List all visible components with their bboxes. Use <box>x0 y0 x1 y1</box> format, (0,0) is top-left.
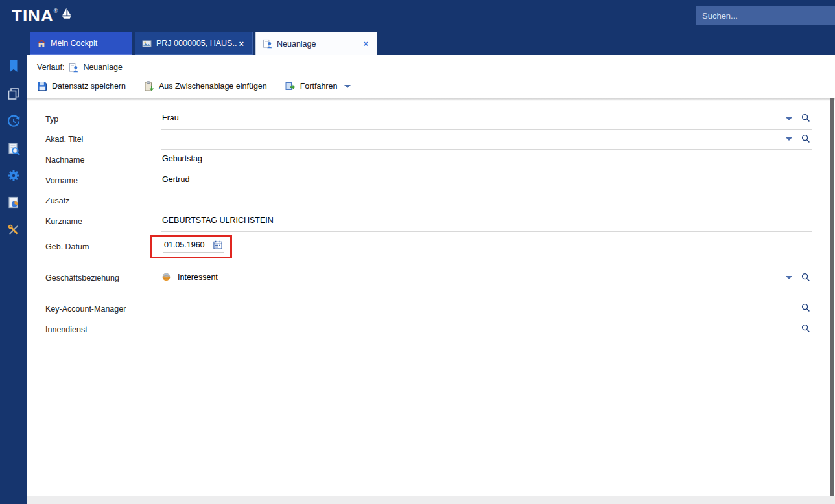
field-value[interactable] <box>161 139 786 140</box>
field-value[interactable]: Interessent <box>176 273 786 283</box>
lookup-icon[interactable] <box>801 273 810 282</box>
tab-mein-cockpit[interactable]: Mein Cockpit <box>30 32 132 55</box>
field-value[interactable] <box>161 308 799 309</box>
bottom-strip <box>27 496 835 504</box>
geschaeftsbeziehung-field[interactable]: Interessent <box>161 268 812 289</box>
lookup-icon[interactable] <box>801 134 810 143</box>
sailboat-icon <box>61 7 72 23</box>
form-field-key-account-manager: Key-Account-Manager <box>45 299 835 319</box>
paste-button[interactable]: Aus Zwischenablage einfügen <box>144 81 267 91</box>
form-field-zusatz: Zusatz <box>45 190 835 211</box>
history-item-icon <box>69 63 78 73</box>
home-icon <box>37 39 46 48</box>
tab-label: Mein Cockpit <box>51 39 97 48</box>
lookup-icon[interactable] <box>801 303 810 312</box>
typ-field[interactable]: Frau <box>161 109 812 130</box>
toolbar: Datensatz speichern Aus Zwischenablage e… <box>27 74 835 98</box>
search-document-icon[interactable] <box>6 142 21 156</box>
field-label: Typ <box>45 115 161 124</box>
field-value[interactable]: Geburtstag <box>161 154 812 165</box>
tab-neuanlage[interactable]: Neuanlage × <box>255 32 377 55</box>
save-label: Datensatz speichern <box>52 82 126 91</box>
dropdown-icon[interactable] <box>786 117 792 120</box>
tab-bar: Mein Cockpit PRJ 0000005, HAUS... × Neua… <box>0 31 835 55</box>
field-label: Vorname <box>45 176 161 185</box>
field-label: Akad. Titel <box>45 135 161 144</box>
chevron-down-icon[interactable] <box>344 85 351 88</box>
person-form-icon <box>263 39 272 49</box>
form-field-akad-titel: Akad. Titel <box>45 130 835 150</box>
field-value[interactable]: Gertrud <box>161 175 812 185</box>
dropdown-icon[interactable] <box>786 276 792 279</box>
form-field-geb-datum: Geb. Datum 01.05.1960 <box>45 232 835 262</box>
form-field-geschaeftsbeziehung: Geschäftsbeziehung Interessent <box>45 268 835 289</box>
form-field-typ: Typ Frau <box>45 109 835 130</box>
dropdown-icon[interactable] <box>786 137 792 141</box>
field-label: Zusatz <box>45 196 161 205</box>
windows-copy-icon[interactable] <box>6 87 21 101</box>
paste-label: Aus Zwischenablage einfügen <box>159 82 267 91</box>
bookmark-icon[interactable] <box>6 59 21 73</box>
form-field-kurzname: Kurzname GEBURTSTAG ULRICHSTEIN <box>45 211 835 232</box>
history-label: Verlauf: <box>37 63 64 72</box>
globe-icon <box>162 273 171 281</box>
field-label: Geschäftsbeziehung <box>45 273 161 282</box>
lookup-icon[interactable] <box>801 324 810 333</box>
tab-label: Neuanlage <box>277 40 316 49</box>
project-icon <box>142 39 152 49</box>
akad-titel-field[interactable] <box>161 130 812 150</box>
report-pie-icon[interactable] <box>6 196 21 210</box>
field-label: Innendienst <box>45 325 161 334</box>
sidebar <box>0 55 27 504</box>
highlight-box: 01.05.1960 <box>150 235 232 258</box>
key-account-manager-field[interactable] <box>161 299 812 319</box>
continue-button[interactable]: Fortfahren <box>285 81 351 91</box>
field-value[interactable] <box>161 200 812 201</box>
vorname-field[interactable]: Gertrud <box>161 170 812 191</box>
app-logo-text: TINA <box>12 6 54 25</box>
save-button[interactable]: Datensatz speichern <box>37 81 126 91</box>
topbar: TINA ® <box>0 0 835 31</box>
field-value[interactable]: GEBURTSTAG ULRICHSTEIN <box>161 216 812 226</box>
main-content: Verlauf: Neuanlage Datensatz speichern <box>27 55 835 504</box>
app-logo: TINA ® <box>12 6 72 25</box>
field-label: Kurzname <box>45 217 161 226</box>
vertical-scrollbar[interactable] <box>830 98 834 496</box>
close-icon[interactable]: × <box>237 38 246 49</box>
history-item[interactable]: Neuanlage <box>83 63 122 72</box>
zusatz-field[interactable] <box>161 190 812 211</box>
field-label: Geb. Datum <box>45 242 161 251</box>
field-label: Key-Account-Manager <box>45 304 161 314</box>
paste-icon <box>144 81 154 91</box>
geb-datum-field[interactable]: 01.05.1960 <box>163 240 224 253</box>
search-input[interactable] <box>696 6 835 25</box>
history-row: Verlauf: Neuanlage <box>27 55 835 74</box>
continue-icon <box>285 81 296 91</box>
form-field-vorname: Vorname Gertrud <box>45 170 835 191</box>
field-value[interactable]: 01.05.1960 <box>164 240 205 249</box>
modules-gear-icon[interactable] <box>6 168 21 183</box>
form-field-nachname: Nachname Geburtstag <box>45 150 835 170</box>
nachname-field[interactable]: Geburtstag <box>161 150 812 170</box>
trademark-symbol: ® <box>54 8 58 14</box>
history-icon[interactable] <box>6 114 21 128</box>
tab-label: PRJ 0000005, HAUS... <box>156 39 237 48</box>
tools-icon[interactable] <box>6 223 21 237</box>
continue-label: Fortfahren <box>300 82 338 91</box>
field-label: Nachname <box>45 155 161 165</box>
field-value[interactable] <box>161 328 799 330</box>
close-icon[interactable]: × <box>361 38 370 49</box>
lookup-icon[interactable] <box>801 113 810 122</box>
tab-prj-0000005[interactable]: PRJ 0000005, HAUS... × <box>135 32 253 55</box>
calendar-icon[interactable] <box>213 240 222 249</box>
innendienst-field[interactable] <box>161 319 812 340</box>
form-field-innendienst: Innendienst <box>45 319 835 340</box>
kurzname-field[interactable]: GEBURTSTAG ULRICHSTEIN <box>161 211 812 232</box>
save-icon <box>37 81 47 91</box>
record-form: Typ Frau Akad. Titel Nachname <box>27 101 835 339</box>
field-value[interactable]: Frau <box>161 113 786 124</box>
